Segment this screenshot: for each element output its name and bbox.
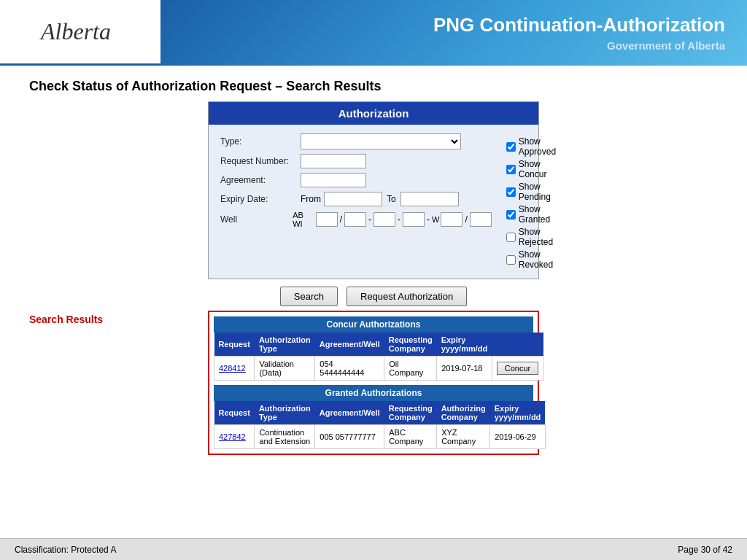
checkbox-show-rejected: Show Rejected: [506, 227, 556, 247]
checkbox-pending-input[interactable]: [506, 187, 516, 197]
checkbox-approved-input[interactable]: [506, 142, 516, 152]
checkbox-concur-label: Show Concur: [519, 159, 556, 179]
table-row: 428412 Validation (Data) 054 5444444444 …: [214, 357, 543, 381]
granted-authorizing-company-cell: XYZ Company: [437, 425, 490, 449]
checkbox-show-granted: Show Granted: [506, 204, 556, 225]
well-input-3[interactable]: [374, 212, 395, 227]
form-section: Type: Request Number: Agreement:: [220, 133, 527, 270]
classification-label: Classification: Protected A: [15, 545, 116, 555]
checkbox-granted-label: Show Granted: [519, 204, 556, 225]
granted-expiry-cell: 2019-06-29: [490, 425, 546, 449]
concur-col-auth-type: Authorization Type: [255, 332, 315, 357]
from-label: From: [301, 194, 321, 204]
well-label: Well: [220, 214, 291, 225]
concur-action-cell: Concur: [492, 357, 543, 381]
checkbox-approved-label: Show Approved: [519, 136, 556, 157]
well-sep-3: -: [398, 214, 400, 225]
concur-expiry-cell: 2019-07-18: [437, 357, 492, 381]
granted-col-authorizing-company: Authorizing Company: [437, 401, 490, 425]
concur-requesting-company-cell: Oil Company: [384, 357, 437, 381]
granted-agreement-cell: 005 057777777: [315, 425, 384, 449]
search-button[interactable]: Search: [280, 287, 338, 306]
concur-agreement-cell: 054 5444444444: [315, 357, 384, 381]
concur-table: Request Authorization Type Agreement/Wel…: [214, 332, 543, 381]
page-info: Page 30 of 42: [678, 545, 732, 555]
checkbox-show-revoked: Show Revoked: [506, 249, 556, 270]
concur-col-agreement-well: Agreement/Well: [315, 332, 384, 357]
expiry-date-row: Expiry Date: From To: [220, 192, 492, 206]
request-number-input[interactable]: [301, 154, 366, 168]
well-sep-5: /: [465, 214, 467, 225]
buttons-row: Search Request Authorization: [106, 287, 641, 306]
auth-panel: Authorization Type: Request Number:: [208, 101, 539, 279]
results-area: Concur Authorizations Request Authorizat…: [208, 311, 539, 455]
page-title: Check Status of Authorization Request – …: [29, 79, 747, 94]
expiry-date-label: Expiry Date:: [220, 194, 301, 204]
granted-col-auth-type: Authorization Type: [255, 401, 315, 425]
checkboxes-col: Show Approved Show Concur Show Pending S…: [506, 133, 556, 270]
well-input-5[interactable]: [441, 212, 462, 227]
checkbox-granted-input[interactable]: [506, 210, 516, 219]
well-sep-2: -: [368, 214, 371, 225]
request-auth-button[interactable]: Request Authorization: [347, 287, 467, 306]
granted-requesting-company-cell: ABC Company: [384, 425, 437, 449]
checkbox-rejected-input[interactable]: [506, 233, 516, 242]
expiry-to-input[interactable]: [400, 192, 459, 206]
granted-col-agreement-well: Agreement/Well: [315, 401, 384, 425]
type-row: Type:: [220, 133, 492, 149]
granted-table-header-row: Request Authorization Type Agreement/Wel…: [214, 401, 546, 425]
agreement-label: Agreement:: [220, 175, 301, 185]
granted-col-requesting-company: Requesting Company: [384, 401, 437, 425]
well-sep-1: /: [340, 214, 342, 225]
granted-col-expiry: Expiry yyyy/mm/dd: [490, 401, 546, 425]
type-label: Type:: [220, 136, 301, 147]
concur-table-header-row: Request Authorization Type Agreement/Wel…: [214, 332, 543, 357]
auth-form: Type: Request Number: Agreement:: [209, 125, 538, 279]
auth-panel-header: Authorization: [209, 102, 538, 125]
concur-col-action: [492, 332, 543, 357]
checkbox-revoked-label: Show Revoked: [519, 249, 556, 270]
table-row: 427842 Continuation and Extension 005 05…: [214, 425, 546, 449]
well-input-2[interactable]: [344, 212, 366, 227]
agreement-input[interactable]: [301, 173, 366, 187]
agreement-row: Agreement:: [220, 173, 492, 187]
checkbox-show-approved: Show Approved: [506, 136, 556, 157]
checkbox-show-concur: Show Concur: [506, 159, 556, 179]
concur-request-cell: 428412: [214, 357, 255, 381]
concur-action-button[interactable]: Concur: [497, 362, 538, 375]
well-input-1[interactable]: [316, 212, 338, 227]
granted-table: Request Authorization Type Agreement/Wel…: [214, 401, 546, 449]
well-input-6[interactable]: [470, 212, 492, 227]
app-title: PNG Continuation-Authorization: [433, 14, 725, 36]
well-input-4[interactable]: [403, 212, 425, 227]
granted-section-header: Granted Authorizations: [214, 385, 533, 401]
checkbox-rejected-label: Show Rejected: [519, 227, 556, 247]
checkbox-pending-label: Show Pending: [519, 182, 556, 202]
concur-request-link[interactable]: 428412: [219, 364, 246, 373]
type-select[interactable]: [301, 133, 461, 149]
concur-section-header: Concur Authorizations: [214, 316, 533, 332]
header-logo: Alberta: [0, 0, 160, 66]
header-title-area: PNG Continuation-Authorization Governmen…: [160, 0, 747, 66]
granted-request-link[interactable]: 427842: [219, 432, 246, 441]
well-row: Well AB WI / - - - W /: [220, 211, 492, 228]
checkbox-concur-input[interactable]: [506, 165, 516, 174]
search-results-label: Search Results: [29, 314, 103, 325]
granted-auth-type-cell: Continuation and Extension: [255, 425, 315, 449]
to-label: To: [387, 194, 396, 204]
well-w-label: W: [432, 215, 439, 224]
checkbox-show-pending: Show Pending: [506, 182, 556, 202]
well-sep-4: -: [427, 214, 430, 225]
app-subtitle: Government of Alberta: [607, 39, 725, 52]
logo-text: Alberta: [41, 18, 111, 45]
header: Alberta PNG Continuation-Authorization G…: [0, 0, 747, 66]
concur-col-expiry: Expiry yyyy/mm/dd: [437, 332, 492, 357]
concur-col-request: Request: [214, 332, 255, 357]
footer: Classification: Protected A Page 30 of 4…: [0, 538, 747, 560]
granted-col-request: Request: [214, 401, 255, 425]
expiry-from-input[interactable]: [324, 192, 382, 206]
granted-request-cell: 427842: [214, 425, 255, 449]
request-number-row: Request Number:: [220, 154, 492, 168]
checkbox-revoked-input[interactable]: [506, 255, 516, 265]
request-number-label: Request Number:: [220, 156, 301, 166]
